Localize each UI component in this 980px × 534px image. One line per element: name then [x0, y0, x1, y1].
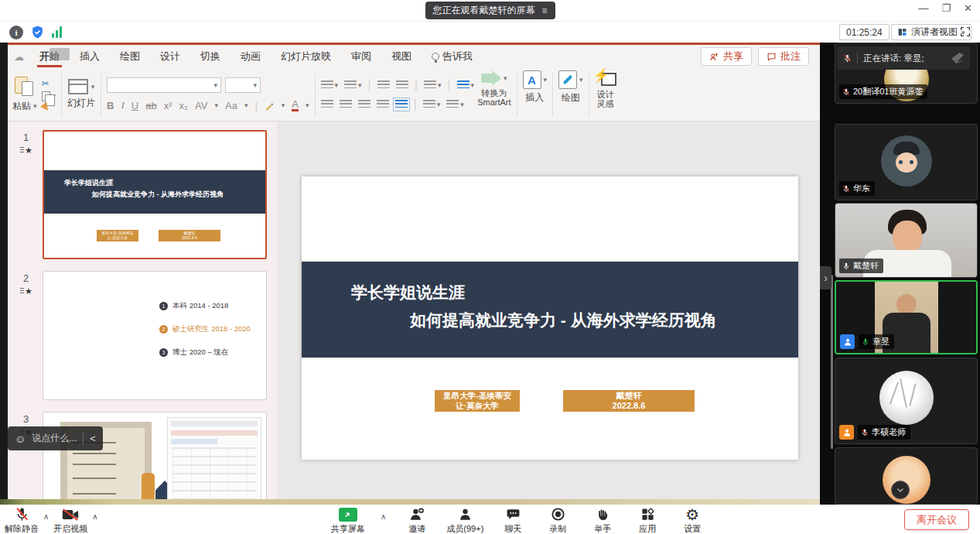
slide-university-box: 里昂大学-圣埃蒂安让·莫奈大学 [435, 390, 520, 412]
window-titlebar: 您正在观看戴楚轩的屏幕 ≡ — ❐ ✕ [0, 0, 980, 22]
paste-button[interactable]: 粘贴▾ [12, 77, 37, 113]
fullscreen-button[interactable] [959, 26, 973, 39]
cut-icon[interactable]: ✂ [42, 78, 50, 89]
sidebar-collapse-handle[interactable]: › [820, 266, 831, 289]
slide-number: 2 [23, 272, 29, 284]
meeting-info-icon[interactable]: i [9, 26, 23, 39]
align-text-button[interactable]: ▾ [446, 100, 464, 109]
banner-menu-icon[interactable]: ≡ [541, 5, 547, 16]
draw-button[interactable]: ▾ 绘图 [558, 70, 583, 118]
muted-mic-icon [843, 54, 852, 63]
thumb2-item-2: 2硕士研究生 2018 - 2020 [159, 324, 251, 334]
autosave-cloud-icon: ☁ [14, 51, 24, 63]
security-shield-icon[interactable] [30, 25, 45, 39]
font-name-combo[interactable]: ▾ [107, 77, 221, 93]
bold-button[interactable]: B [107, 100, 114, 111]
slide-title-line1: 学长学姐说生涯 [351, 282, 465, 303]
scroll-more-participants-button[interactable] [891, 481, 910, 499]
participant-tile[interactable]: 华东 [835, 124, 978, 200]
distribute-button[interactable] [395, 100, 408, 109]
ppt-comment-button[interactable]: 批注 [758, 47, 809, 66]
superscript-button[interactable]: x² [164, 100, 172, 111]
participant-tile[interactable]: 戴楚轩 [835, 203, 978, 278]
underline-button[interactable]: U [131, 100, 138, 111]
restore-button[interactable]: ❐ [941, 2, 951, 14]
new-slide-button[interactable]: ▾ 幻灯片 [67, 79, 95, 110]
text-direction-button[interactable]: ▾ [423, 100, 441, 109]
speaking-banner-text: 正在讲话: 章昱; [863, 53, 924, 64]
columns-button[interactable]: ▾ [457, 80, 475, 90]
participant-tile[interactable]: 李硕老师 [835, 358, 978, 444]
share-screen-button[interactable]: 共享屏幕 [331, 508, 365, 534]
line-spacing-button[interactable]: ▾ [424, 80, 442, 90]
share-options-chevron[interactable]: ∧ [381, 512, 386, 521]
chat-quick-input[interactable]: ☺ 说点什么... < [8, 426, 103, 450]
meeting-control-bar: 解除静音 ∧ 开启视频 ∧ 共享屏幕 ∧ 邀请 成员(99+) 聊天 [0, 505, 980, 534]
slide-thumbnail-2[interactable]: 1本科 2014 - 2018 2硕士研究生 2018 - 2020 3博士 2… [43, 271, 267, 400]
ppt-share-button[interactable]: 共享 [701, 47, 752, 66]
copy-button[interactable]: ▾ [42, 91, 56, 101]
leave-meeting-button[interactable]: 离开会议 [904, 509, 969, 530]
tab-review[interactable]: 审阅 [341, 45, 381, 68]
bullets-button[interactable]: ▾ [321, 80, 339, 90]
participant-tile-speaking[interactable]: 章昱 [835, 280, 978, 354]
raise-hand-button[interactable]: 举手 [587, 507, 618, 534]
minimize-button[interactable]: — [918, 2, 928, 14]
record-button[interactable]: 录制 [542, 507, 573, 534]
tab-tellme[interactable]: 告诉我 [422, 45, 483, 68]
sidebar-scrollbar[interactable] [831, 275, 833, 449]
slide-thumbnail-1[interactable]: 学长学姐说生涯 如何提高就业竞争力 - 从海外求学经历视角 里昂大学-圣埃蒂安让… [43, 130, 267, 259]
apps-button[interactable]: 应用 [632, 507, 663, 534]
tab-view[interactable]: 视图 [381, 45, 422, 68]
close-button[interactable]: ✕ [964, 2, 972, 14]
settings-button[interactable]: ⚙ 设置 [677, 508, 708, 534]
thumb2-item-3: 3博士 2020 – 现在 [159, 347, 228, 358]
participant-video [836, 282, 976, 353]
highlight-pen-icon[interactable] [265, 101, 275, 111]
mic-options-chevron[interactable]: ∧ [43, 512, 49, 521]
increase-indent-button[interactable] [396, 80, 408, 90]
smartart-button[interactable]: ▾ 转换为SmartArt [477, 70, 510, 118]
chat-placeholder[interactable]: 说点什么... [32, 432, 77, 445]
audio-video-controls: 解除静音 ∧ 开启视频 ∧ [5, 507, 100, 534]
video-options-chevron[interactable]: ∧ [92, 512, 97, 521]
screen-share-left-edge [0, 43, 8, 499]
collapse-chat-icon[interactable]: < [90, 433, 96, 444]
align-center-button[interactable] [340, 100, 352, 109]
kerning-button[interactable]: AV [195, 100, 207, 111]
tab-animations[interactable]: 动画 [230, 45, 271, 68]
slide-thumbnail-3[interactable] [43, 412, 267, 499]
tab-insert[interactable]: 插入 [70, 45, 110, 68]
font-color-button[interactable]: A [292, 100, 299, 111]
font-size-combo[interactable]: ▾ [225, 77, 261, 93]
tab-slideshow[interactable]: 幻灯片放映 [271, 45, 341, 68]
insert-textbox-button[interactable]: A▾ 插入 [523, 70, 548, 118]
gear-icon: ⚙ [685, 508, 699, 522]
emoji-icon[interactable]: ☺ [15, 433, 26, 445]
start-video-button[interactable]: 开启视频 [53, 508, 87, 534]
coauthor-presence-flag [50, 48, 70, 60]
justify-button[interactable] [377, 100, 389, 109]
strikethrough-button[interactable]: ab [145, 100, 156, 111]
invite-button[interactable]: 邀请 [401, 507, 432, 534]
members-button[interactable]: 成员(99+) [446, 507, 483, 534]
tab-draw[interactable]: 绘图 [110, 45, 150, 68]
tab-transitions[interactable]: 切换 [190, 45, 230, 68]
change-case-button[interactable]: Aa [225, 100, 237, 111]
align-left-button[interactable] [321, 100, 333, 109]
tab-home[interactable]: 开始 [29, 45, 70, 68]
italic-button[interactable]: I [121, 99, 124, 111]
subscript-button[interactable]: x₂ [179, 100, 189, 111]
font-group: ▾ ▾ B I U ab x² x₂ AV ▾ Aa ▾ | ▾ A ▾ [107, 70, 309, 118]
current-slide[interactable]: 学长学姐说生涯 如何提高就业竞争力 - 从海外求学经历视角 里昂大学-圣埃蒂安让… [302, 176, 798, 460]
chat-button[interactable]: 聊天 [497, 507, 528, 534]
design-ideas-button[interactable]: ⚡ 设计灵感 [595, 70, 616, 118]
tab-design[interactable]: 设计 [150, 45, 190, 68]
align-right-button[interactable] [358, 100, 370, 109]
thumb3-orange-shape [142, 473, 155, 499]
unmute-button[interactable]: 解除静音 [5, 507, 39, 534]
decrease-indent-button[interactable] [377, 80, 390, 90]
numbering-button[interactable]: ▾ [344, 80, 362, 90]
participant-name-chip: 华东 [839, 181, 875, 196]
raise-hand-icon [596, 507, 610, 522]
